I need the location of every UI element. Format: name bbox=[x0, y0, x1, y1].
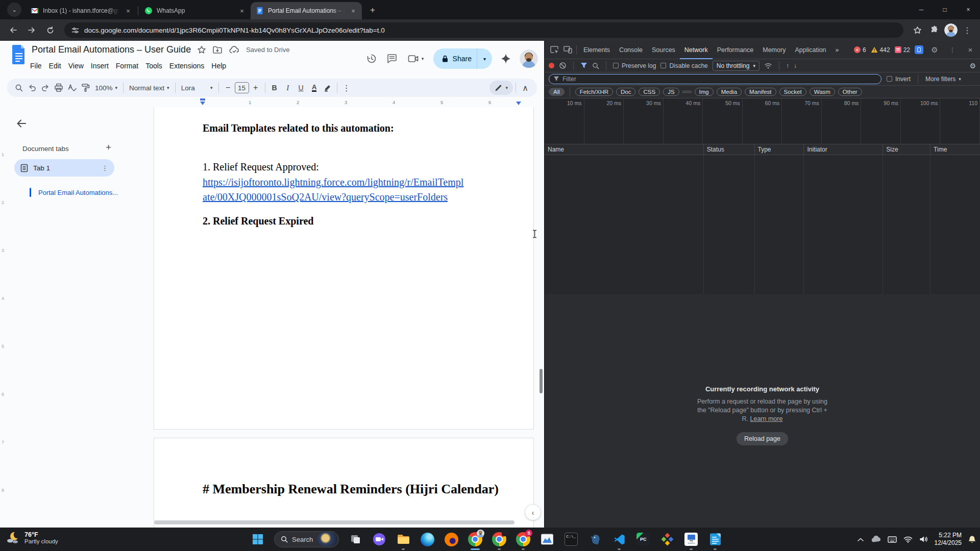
terminal-icon[interactable]: C:\_ bbox=[564, 532, 579, 547]
forward-button[interactable] bbox=[23, 22, 40, 38]
reload-page-button[interactable]: Reload page bbox=[737, 432, 788, 445]
meet-icon[interactable] bbox=[372, 532, 387, 547]
paragraph-style-select[interactable]: Normal text▾ bbox=[126, 84, 173, 92]
left-indent-marker[interactable] bbox=[200, 102, 205, 105]
devtools-tab-application[interactable]: Application bbox=[790, 41, 830, 59]
move-to-folder-icon[interactable] bbox=[212, 45, 223, 55]
site-settings-icon[interactable] bbox=[71, 27, 79, 34]
star-icon[interactable] bbox=[197, 45, 206, 55]
tab-close-icon[interactable]: × bbox=[349, 6, 358, 15]
tab-options-kebab-icon[interactable]: ⋮ bbox=[102, 164, 108, 172]
record-network-log-button[interactable] bbox=[549, 63, 554, 68]
invert-checkbox[interactable]: Invert bbox=[887, 76, 911, 83]
search-network-icon[interactable] bbox=[592, 62, 599, 69]
tab-close-icon[interactable]: × bbox=[124, 6, 133, 15]
onedrive-icon[interactable] bbox=[871, 536, 881, 543]
filter-funnel-icon[interactable] bbox=[580, 62, 587, 69]
learn-more-link[interactable]: Learn more bbox=[750, 415, 783, 422]
share-button[interactable]: Share ▾ bbox=[433, 48, 492, 69]
warning-badge[interactable]: 442 bbox=[871, 46, 890, 54]
docs-logo[interactable] bbox=[11, 44, 27, 65]
devtools-tab-performance[interactable]: Performance bbox=[713, 41, 758, 59]
column-header-initiator[interactable]: Initiator bbox=[804, 144, 883, 155]
taskpro-app-icon[interactable]: TaskPro bbox=[683, 532, 699, 547]
horizontal-ruler[interactable]: 1 2 3 4 5 6 bbox=[0, 98, 544, 107]
menu-view[interactable]: View bbox=[65, 60, 87, 71]
devtools-tab-memory[interactable]: Memory bbox=[758, 41, 790, 59]
filter-chip-media[interactable]: Media bbox=[717, 88, 742, 96]
device-status-icon[interactable] bbox=[915, 45, 923, 54]
menu-edit[interactable]: Edit bbox=[45, 60, 65, 71]
network-settings-gear-icon[interactable]: ⚙ bbox=[969, 62, 976, 70]
menu-help[interactable]: Help bbox=[208, 60, 230, 71]
menu-file[interactable]: File bbox=[27, 60, 45, 71]
error-badge[interactable]: ×6 bbox=[854, 46, 866, 54]
docs-vertical-scrollbar[interactable] bbox=[540, 369, 543, 393]
filter-chip-socket[interactable]: Socket bbox=[779, 88, 806, 96]
paint-format-button[interactable] bbox=[79, 81, 92, 94]
doc-item-1[interactable]: 1. Relief Request Approved: bbox=[203, 161, 519, 173]
address-bar[interactable]: docs.google.com/document/d/1jpc3R6Cmpii0… bbox=[64, 22, 903, 38]
filter-chip-fetch-xhr[interactable]: Fetch/XHR bbox=[575, 88, 613, 96]
browser-tab-whatsapp[interactable]: WhatsApp × bbox=[139, 2, 251, 19]
doc-item-2[interactable]: 2. Relief Request Expired bbox=[203, 215, 519, 227]
libreoffice-writer-icon[interactable] bbox=[707, 532, 723, 547]
column-header-time[interactable]: Time bbox=[930, 144, 980, 155]
document-title[interactable]: Portal Email Automations – User Guide bbox=[32, 44, 191, 55]
preserve-log-checkbox[interactable]: Preserve log bbox=[613, 62, 656, 69]
add-tab-button[interactable]: + bbox=[106, 142, 111, 153]
highlight-color-button[interactable] bbox=[321, 81, 334, 94]
sidebar-tab-1[interactable]: Tab 1 ⋮ bbox=[14, 159, 114, 177]
decrease-font-size-button[interactable]: − bbox=[222, 81, 235, 94]
devtools-menu-kebab-icon[interactable]: ⋮ bbox=[946, 46, 959, 54]
firefox-icon[interactable] bbox=[444, 532, 459, 547]
comment-icon[interactable] bbox=[385, 53, 399, 64]
filter-chip-manifest[interactable]: Manifest bbox=[745, 88, 776, 96]
chrome-profile-3-icon[interactable]: S bbox=[516, 532, 531, 547]
tray-clock[interactable]: 5:22 PM12/4/2025 bbox=[935, 532, 962, 547]
start-button[interactable] bbox=[250, 532, 265, 547]
back-button-docs[interactable] bbox=[15, 117, 28, 130]
throttling-select[interactable]: No throttling▾ bbox=[713, 61, 760, 71]
devtools-tab-console[interactable]: Console bbox=[615, 41, 647, 59]
column-header-status[interactable]: Status bbox=[704, 144, 755, 155]
device-toolbar-icon[interactable] bbox=[561, 45, 574, 55]
more-filters-button[interactable]: More filters▾ bbox=[925, 76, 961, 83]
doc-page2-heading[interactable]: # Membership Renewal Reminders (Hijri Ca… bbox=[203, 482, 519, 497]
document-page-1[interactable] bbox=[154, 107, 534, 430]
column-header-type[interactable]: Type bbox=[755, 144, 804, 155]
italic-button[interactable]: I bbox=[281, 81, 295, 94]
devtools-tab-elements[interactable]: Elements bbox=[579, 41, 615, 59]
share-dropdown[interactable]: ▾ bbox=[477, 56, 492, 62]
font-select[interactable]: Lora▾ bbox=[178, 84, 216, 92]
taskbar-search[interactable]: Search bbox=[274, 531, 339, 547]
network-filter-input[interactable] bbox=[562, 76, 877, 83]
increase-font-size-button[interactable]: + bbox=[249, 81, 262, 94]
extensions-puzzle-icon[interactable] bbox=[927, 22, 942, 38]
column-header-name[interactable]: Name bbox=[545, 144, 704, 155]
doc-link-line-2[interactable]: ate/00XJQ000001sSoQ2AU/view?queryScope=u… bbox=[203, 191, 519, 203]
bold-button[interactable]: B bbox=[268, 81, 281, 94]
pycharm-icon[interactable]: PC bbox=[635, 532, 651, 547]
inspect-element-icon[interactable] bbox=[548, 45, 561, 55]
diamond-app-icon[interactable] bbox=[659, 532, 675, 547]
devtools-close-button[interactable]: × bbox=[964, 45, 977, 54]
indent-marker-rect[interactable] bbox=[200, 98, 205, 101]
file-explorer-icon[interactable] bbox=[396, 532, 411, 547]
doc-heading[interactable]: Email Templates related to this automati… bbox=[203, 122, 519, 134]
issues-badge[interactable]: 22 bbox=[895, 46, 910, 54]
filter-chip-js[interactable]: JS bbox=[663, 88, 679, 96]
chrome-profile-2-icon[interactable] bbox=[492, 532, 507, 547]
spellcheck-button[interactable] bbox=[65, 81, 79, 94]
gemini-sparkle-icon[interactable] bbox=[499, 53, 512, 64]
hidden-icons-chevron[interactable] bbox=[857, 537, 864, 542]
volume-icon[interactable] bbox=[919, 536, 928, 543]
vscode-icon[interactable] bbox=[611, 532, 627, 547]
underline-button[interactable]: U bbox=[295, 81, 308, 94]
touch-keyboard-icon[interactable] bbox=[888, 536, 897, 543]
browser-profile-avatar[interactable] bbox=[944, 23, 958, 37]
editing-mode-button[interactable]: ▾ bbox=[489, 81, 513, 95]
video-call-icon[interactable]: ▾ bbox=[406, 54, 426, 63]
bookmark-star-icon[interactable] bbox=[910, 22, 925, 38]
filter-chip-all[interactable]: All bbox=[549, 88, 565, 96]
